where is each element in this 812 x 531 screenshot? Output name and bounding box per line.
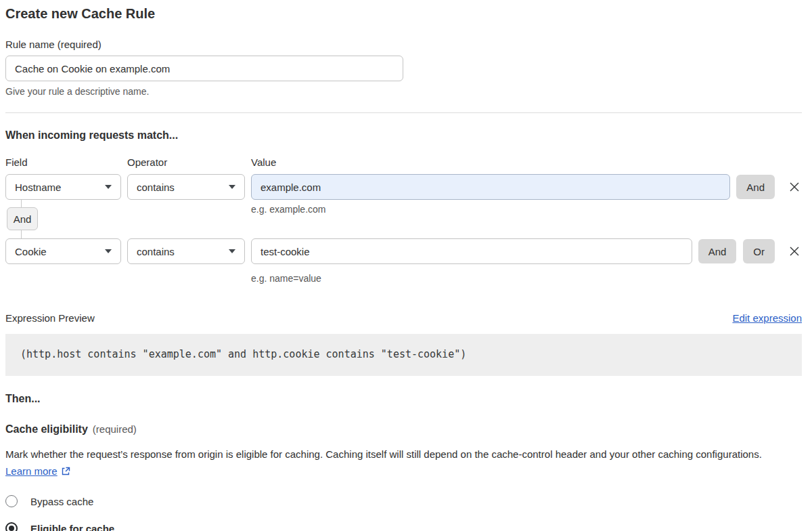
- chevron-down-icon: [229, 185, 235, 189]
- rule-name-help: Give your rule a descriptive name.: [5, 86, 802, 97]
- rule-name-label: Rule name (required): [5, 39, 802, 50]
- chevron-down-icon: [105, 185, 112, 189]
- field-select-value: Cookie: [15, 246, 47, 257]
- create-cache-rule-form: Create new Cache Rule Rule name (require…: [0, 0, 812, 531]
- radio-option-eligible-for-cache[interactable]: Eligible for cache: [5, 522, 802, 531]
- condition-row: Cookie contains And Or: [5, 238, 802, 264]
- value-example-help: e.g. example.com: [251, 204, 796, 215]
- condition-connector: And: [5, 200, 121, 238]
- helper-row: e.g. name=value: [5, 269, 802, 284]
- field-select[interactable]: Cookie: [5, 238, 121, 264]
- then-heading: Then...: [5, 393, 802, 405]
- value-input[interactable]: [251, 174, 730, 200]
- add-and-condition-button[interactable]: And: [736, 175, 775, 199]
- cache-eligibility-title: Cache eligibility: [5, 423, 88, 435]
- cache-eligibility-description: Mark whether the request’s response from…: [5, 446, 790, 480]
- page-title: Create new Cache Rule: [5, 4, 802, 23]
- expression-code: (http.host contains "example.com" and ht…: [5, 334, 802, 376]
- connector-and-button[interactable]: And: [7, 207, 38, 230]
- cache-eligibility-heading: Cache eligibility(required): [5, 423, 802, 436]
- external-link-icon: [61, 467, 70, 476]
- radio-option-bypass-cache[interactable]: Bypass cache: [5, 495, 802, 507]
- field-select[interactable]: Hostname: [5, 174, 121, 200]
- add-and-condition-button[interactable]: And: [698, 239, 737, 263]
- radio-unselected-icon[interactable]: [5, 495, 18, 507]
- operator-select[interactable]: contains: [127, 174, 245, 200]
- operator-select[interactable]: contains: [127, 238, 245, 264]
- radio-label: Bypass cache: [30, 496, 93, 507]
- chevron-down-icon: [229, 249, 235, 253]
- chevron-down-icon: [105, 249, 112, 253]
- remove-condition-button[interactable]: [787, 179, 802, 194]
- row-actions: And Or: [698, 239, 802, 263]
- close-icon: [789, 182, 800, 192]
- edit-expression-link[interactable]: Edit expression: [732, 312, 802, 324]
- condition-row: Hostname contains And: [5, 174, 802, 200]
- connector-band: And e.g. example.com: [5, 200, 802, 238]
- operator-column-label: Operator: [127, 156, 245, 168]
- radio-selected-icon[interactable]: [5, 522, 18, 531]
- rule-name-input[interactable]: [5, 56, 403, 81]
- required-note: (required): [93, 423, 137, 435]
- value-example-help: e.g. name=value: [251, 273, 796, 284]
- value-column-label: Value: [251, 156, 796, 168]
- row-actions: And: [736, 175, 802, 199]
- condition-column-labels: Field Operator Value: [5, 156, 802, 168]
- description-text: Mark whether the request’s response from…: [5, 448, 762, 460]
- remove-condition-button[interactable]: [787, 244, 802, 259]
- field-column-label: Field: [5, 156, 121, 168]
- add-or-condition-button[interactable]: Or: [743, 239, 775, 263]
- expression-preview-header: Expression Preview Edit expression: [5, 312, 802, 324]
- field-select-value: Hostname: [15, 182, 61, 193]
- learn-more-link[interactable]: Learn more: [5, 465, 58, 477]
- section-divider: [5, 112, 802, 113]
- radio-label: Eligible for cache: [30, 523, 114, 531]
- close-icon: [789, 246, 800, 257]
- expression-preview-label: Expression Preview: [5, 312, 95, 324]
- operator-select-value: contains: [137, 182, 175, 193]
- operator-select-value: contains: [137, 246, 175, 257]
- match-heading: When incoming requests match...: [5, 129, 802, 142]
- value-input[interactable]: [251, 238, 692, 264]
